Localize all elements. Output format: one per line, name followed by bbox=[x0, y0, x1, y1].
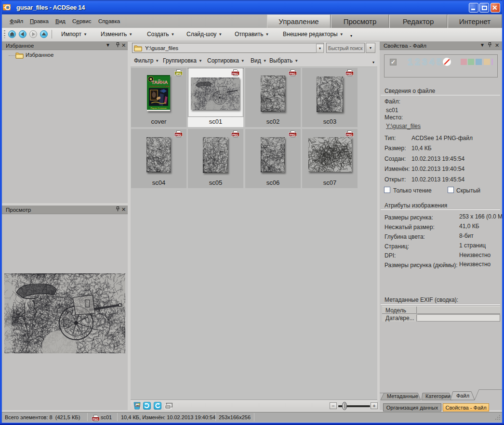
svg-text:Метаданные: Метаданные bbox=[387, 393, 418, 399]
svg-text:PNG: PNG bbox=[232, 72, 239, 75]
svg-text:Категории: Категории bbox=[425, 393, 451, 399]
svg-text:PNG: PNG bbox=[290, 72, 296, 75]
svg-text:PNG: PNG bbox=[346, 72, 353, 75]
svg-text:PNG: PNG bbox=[175, 133, 182, 136]
svg-text:PNG: PNG bbox=[346, 133, 353, 136]
svg-text:PNG: PNG bbox=[93, 418, 99, 421]
svg-text:PNG: PNG bbox=[290, 133, 296, 136]
svg-text:Файл: Файл bbox=[456, 393, 469, 399]
svg-text:СЕРЕБРЯНОГО ГУСАРА: СЕРЕБРЯНОГО ГУСАРА bbox=[149, 86, 169, 88]
svg-text:Рауль Стевлов: Рауль Стевлов bbox=[151, 107, 167, 109]
svg-text:ТАЙНА: ТАЙНА bbox=[152, 79, 168, 85]
svg-text:JPG: JPG bbox=[175, 72, 181, 75]
svg-text:PNG: PNG bbox=[232, 133, 239, 136]
